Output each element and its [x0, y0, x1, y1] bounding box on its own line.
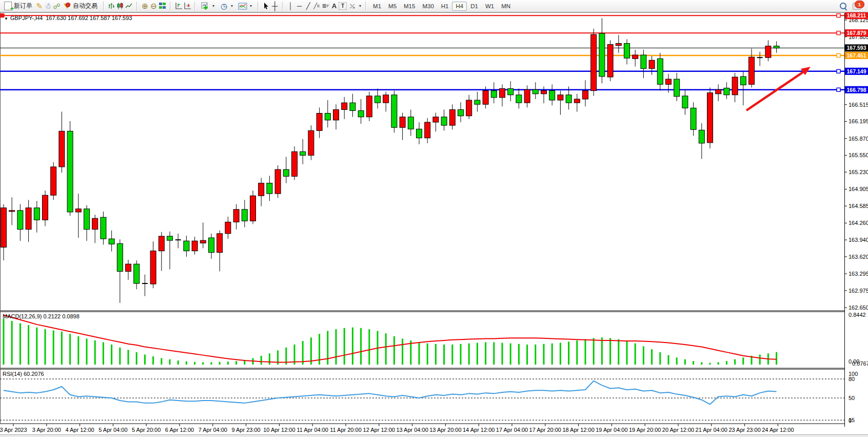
zoom-in-icon[interactable]: ⊕: [141, 2, 149, 10]
line-end-marker[interactable]: [837, 53, 840, 57]
horizontal-line-icon[interactable]: ─: [295, 2, 304, 10]
candle-body: [51, 167, 56, 195]
timeframe-M15[interactable]: M15: [400, 2, 419, 11]
price-tick-label: 162.650: [849, 305, 868, 311]
candle-body: [616, 44, 621, 46]
rsi-scale-label: 0: [849, 417, 852, 424]
line-chart-icon[interactable]: [125, 2, 133, 10]
fibonacci-icon[interactable]: ≣F: [321, 2, 330, 10]
text-label-icon[interactable]: T: [339, 2, 347, 10]
toolbar-separator: [282, 2, 283, 11]
rsi-scale-label: 50: [849, 395, 855, 401]
auto-scroll-icon[interactable]: [183, 2, 191, 10]
candle-body: [300, 151, 306, 155]
candle-body: [184, 241, 189, 251]
candle-body: [417, 129, 422, 138]
text-icon[interactable]: A: [330, 2, 339, 10]
candle-body: [391, 95, 397, 127]
crosshair-icon[interactable]: ┼: [270, 2, 279, 10]
community-icon[interactable]: ☃: [44, 2, 52, 10]
timeframe-D1[interactable]: D1: [467, 2, 482, 11]
styler-icon[interactable]: ✎: [35, 2, 44, 10]
timeframe-H1[interactable]: H1: [438, 2, 452, 11]
line-end-marker[interactable]: [837, 31, 840, 35]
line-end-marker[interactable]: [837, 14, 840, 17]
candle-body: [491, 91, 497, 98]
line-end-marker[interactable]: [837, 69, 840, 73]
price-tick-label: 164.905: [849, 186, 868, 192]
price-tick-label: 163.295: [849, 271, 868, 277]
candle-body: [466, 100, 472, 116]
candle-body: [558, 95, 563, 100]
candle-body: [583, 91, 588, 99]
candle-body: [1, 208, 7, 248]
chart-canvas[interactable]: 168.125167.805166.515166.195165.870165.5…: [0, 0, 868, 437]
candle-body: [765, 46, 771, 58]
time-label: 17 Apr 20:00: [529, 427, 561, 433]
rsi-scale-label: 80: [849, 376, 855, 382]
templates-button[interactable]: ▾: [235, 2, 254, 10]
arrows-button[interactable]: ⤯ ▾: [347, 1, 362, 11]
time-label: 17 Apr 04:00: [496, 427, 528, 433]
candle-body: [508, 89, 514, 95]
clock-icon: ◷: [220, 2, 228, 10]
price-tick-label: 164.260: [849, 220, 868, 226]
candle-body: [317, 113, 322, 131]
trendline-icon[interactable]: ╱: [304, 2, 312, 10]
candle-body: [425, 122, 430, 138]
candle-body: [292, 151, 298, 176]
candle-body: [649, 60, 655, 68]
chart-shift-icon[interactable]: [174, 2, 183, 10]
candle-body: [134, 264, 140, 283]
channel-icon[interactable]: ╱E: [312, 2, 321, 10]
candle-body: [624, 44, 630, 59]
periods-button[interactable]: ◷ ▾: [217, 1, 235, 11]
candle-body: [275, 169, 281, 194]
candle: [707, 87, 713, 148]
candle-body: [192, 241, 198, 251]
tile-windows-icon[interactable]: [158, 2, 167, 10]
candle-body: [674, 79, 680, 97]
candle-body: [233, 210, 239, 222]
new-order-button[interactable]: 新订单: [2, 1, 35, 11]
auto-trading-button[interactable]: 自动交易: [61, 1, 100, 11]
timeframe-MN[interactable]: MN: [498, 2, 514, 11]
candle-body: [441, 117, 447, 125]
toolbar: 新订单 ✎ ☃ ☍ 自动交易 ⊕ ⊖: [0, 0, 868, 12]
chevron-down-icon: ▾: [359, 4, 361, 8]
price-tick-label: 166.515: [849, 102, 868, 108]
cursor-icon[interactable]: [262, 2, 270, 10]
search-icon[interactable]: [839, 2, 847, 10]
candle: [67, 121, 73, 216]
community-chat-button[interactable]: 1: [853, 3, 861, 10]
candlestick-icon[interactable]: [116, 2, 125, 10]
candle-body: [101, 217, 106, 239]
timeframe-M30[interactable]: M30: [419, 2, 437, 11]
signal-icon[interactable]: ☍: [52, 2, 61, 10]
candle-body: [167, 236, 173, 240]
timeframe-W1[interactable]: W1: [482, 2, 498, 11]
candle-body: [749, 57, 755, 84]
indicators-button[interactable]: ▾: [199, 2, 217, 11]
line-end-marker[interactable]: [837, 88, 840, 91]
expand-triangle-icon[interactable]: ▼: [4, 16, 8, 21]
candle: [275, 165, 281, 198]
candle-body: [75, 209, 81, 212]
candle-body: [225, 222, 231, 234]
candle-body: [524, 90, 530, 103]
timeframe-M5[interactable]: M5: [385, 2, 400, 11]
price-tick-label: 165.230: [849, 169, 868, 175]
candle: [607, 40, 613, 81]
candle-body: [574, 99, 580, 103]
timeframe-H4[interactable]: H4: [452, 2, 467, 11]
line-start-marker[interactable]: [1, 14, 4, 17]
bar-chart-icon[interactable]: [107, 2, 116, 10]
zoom-out-icon[interactable]: ⊖: [149, 2, 158, 10]
price-tick-label: 164.585: [849, 203, 868, 209]
toolbar-separator: [365, 2, 366, 11]
vertical-line-icon[interactable]: │: [286, 2, 295, 10]
time-label: 19 Apr 04:00: [596, 427, 627, 433]
candle-body: [666, 79, 672, 84]
candle-body: [724, 88, 729, 94]
timeframe-M1[interactable]: M1: [369, 2, 385, 11]
